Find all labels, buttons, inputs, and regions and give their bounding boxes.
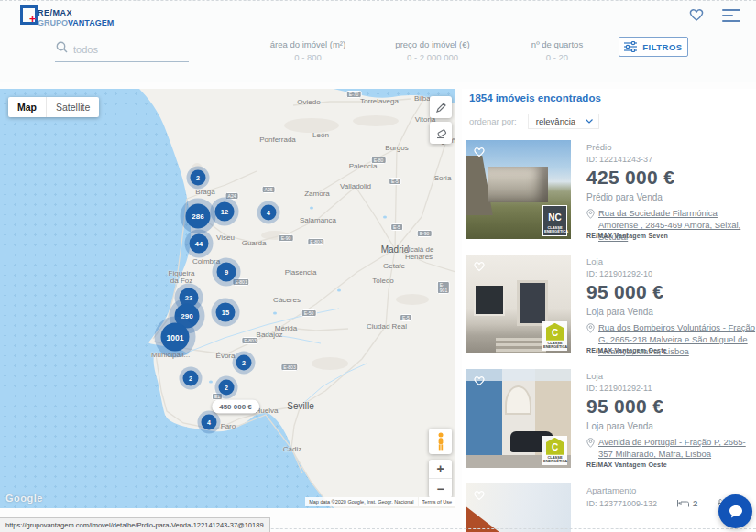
map-type-control: Map Satellite: [8, 97, 99, 117]
favorites-icon[interactable]: [687, 5, 706, 22]
map-road-badge: E-90: [417, 230, 433, 237]
map-cluster-marker[interactable]: 4: [202, 415, 217, 430]
property-card[interactable]: Apartamento ID: 123771009-132 2 3: [466, 483, 756, 532]
property-address-link[interactable]: Avenida de Portugal - Fração P, 2665-357…: [586, 436, 756, 460]
eraser-icon: [434, 127, 447, 139]
map-road-badge: E-803: [307, 238, 324, 245]
page: + RE/MAX GRUPOVANTAGEM área do imóvel (m…: [0, 0, 756, 532]
map-city-label: Mérida: [275, 324, 297, 332]
favorite-heart-icon[interactable]: [472, 488, 487, 501]
filter-area-label: área do imóvel (m²): [262, 39, 354, 49]
property-photo[interactable]: C CLASSEENERGÉTICA: [466, 369, 571, 468]
map-city-label: Plasencia: [285, 268, 317, 277]
map-road-badge: E-803: [241, 337, 258, 344]
map-road-badge: E-80: [371, 157, 387, 164]
map-price-pill[interactable]: 450 000 €: [212, 400, 259, 414]
map-cluster-marker[interactable]: 1001: [161, 323, 190, 352]
map-city-label: Évora: [216, 352, 236, 360]
map-attribution: Map data ©2020 Google, Inst. Geogr. Naci…: [305, 497, 417, 506]
map-city-label: Valladolid: [340, 182, 371, 190]
erase-area-button[interactable]: [430, 122, 452, 144]
property-price: 425 000 €: [586, 167, 674, 189]
search-input[interactable]: [73, 44, 183, 55]
map-cluster-marker[interactable]: 4: [261, 205, 277, 221]
map-road-badge: E-901: [437, 281, 450, 294]
property-card[interactable]: C CLASSEENERGÉTICA Loja ID: 121901292-11…: [466, 369, 756, 468]
chat-button[interactable]: [718, 494, 752, 528]
map-cluster-marker[interactable]: 15: [216, 303, 236, 322]
map-road-badge: E-70: [346, 91, 362, 98]
menu-icon[interactable]: [722, 9, 740, 26]
map-city-label: Guarda: [242, 239, 267, 247]
zoom-out-button[interactable]: −: [429, 479, 452, 498]
chevron-down-icon: [586, 119, 593, 124]
favorite-heart-icon[interactable]: [472, 259, 487, 272]
map-city-label: Zamora: [304, 190, 330, 198]
sort-value: relevância: [536, 116, 575, 126]
location-pin-icon: [586, 323, 595, 333]
map-road-badge: A25: [262, 186, 276, 193]
map-tab[interactable]: Map: [8, 97, 47, 117]
map-city-label: Soria: [434, 174, 452, 182]
map-city-label: Torrelavega: [360, 97, 399, 105]
property-subtitle: Loja para Venda: [586, 307, 653, 317]
map-city-label: León: [312, 131, 329, 139]
map-road-badge: E-803: [280, 364, 298, 371]
photo-shape: [496, 338, 546, 353]
map-city-label: Ponferrada: [259, 136, 296, 144]
map-road-badge: A24: [225, 192, 239, 200]
map-city-label: Braga: [195, 188, 214, 196]
property-photo[interactable]: NC CLASSEENERGÉTICA: [466, 140, 571, 239]
terms-of-use-link[interactable]: Terms of Use: [419, 497, 455, 506]
map-city-label: Badajoz: [257, 331, 283, 339]
map-cluster-marker[interactable]: 9: [217, 263, 236, 282]
map-cluster-marker[interactable]: 2: [236, 355, 252, 371]
map-city-label: Municipali...: [151, 351, 190, 359]
photo-shape: [517, 280, 548, 326]
map-road-badge: E-5: [389, 178, 401, 185]
property-id: ID: 122141243-37: [586, 155, 652, 164]
map-city-label: Oviedo: [297, 98, 320, 106]
energy-class-badge: C CLASSEENERGÉTICA: [542, 436, 567, 465]
filter-price[interactable]: preço do imóvel (€) 0 - 2 000 000: [387, 39, 478, 62]
filters-button[interactable]: FILTROS: [619, 37, 688, 57]
sort-label: ordenar por:: [469, 116, 517, 126]
brand-name: RE/MAX: [38, 8, 114, 17]
map-cluster-marker[interactable]: 2: [191, 170, 206, 186]
sort-select[interactable]: relevância: [528, 114, 599, 129]
map-cluster-marker[interactable]: 2: [219, 380, 235, 396]
map-cluster-marker[interactable]: 2: [183, 371, 199, 386]
property-subtitle: Prédio para Venda: [586, 192, 663, 202]
map-cluster-marker[interactable]: 12: [215, 202, 235, 222]
map-overlays: BragaViseuGuardaCoimbraFigueira da FozOv…: [0, 89, 455, 508]
draw-area-button[interactable]: [430, 96, 452, 118]
browser-status-bar: https://grupovantagem.com/imovel/detalhe…: [0, 517, 270, 532]
filter-rooms[interactable]: nº de quartos 0 - 20: [511, 39, 603, 62]
map[interactable]: BragaViseuGuardaCoimbraFigueira da FozOv…: [0, 89, 455, 508]
property-photo[interactable]: [466, 483, 571, 532]
map-city-label: Madrid: [381, 244, 410, 255]
satellite-tab[interactable]: Satellite: [47, 97, 99, 117]
map-road-badge: E-5: [390, 223, 403, 231]
property-photo[interactable]: C CLASSEENERGÉTICA: [466, 255, 571, 353]
map-city-label: Figueira da Foz: [164, 270, 199, 285]
property-card[interactable]: NC CLASSEENERGÉTICA Prédio ID: 122141243…: [466, 140, 756, 239]
property-id: ID: 121901292-10: [586, 269, 652, 278]
property-id: ID: 123771009-132: [586, 499, 657, 508]
zoom-in-button[interactable]: +: [429, 460, 452, 479]
map-cluster-marker[interactable]: 44: [190, 234, 209, 254]
property-card[interactable]: C CLASSEENERGÉTICA Loja ID: 121901292-10…: [466, 255, 756, 353]
map-city-label: Burgos: [385, 144, 408, 152]
header: + RE/MAX GRUPOVANTAGEM área do imóvel (m…: [0, 0, 756, 82]
google-logo[interactable]: Google: [5, 493, 43, 504]
street-view-pegman[interactable]: [429, 429, 452, 454]
property-price: 95 000 €: [586, 281, 663, 303]
favorite-heart-icon[interactable]: [472, 374, 487, 386]
favorite-heart-icon[interactable]: [472, 145, 487, 157]
search-bar[interactable]: [55, 38, 189, 62]
map-cluster-marker[interactable]: 286: [186, 204, 211, 229]
filters-button-label: FILTROS: [642, 42, 682, 52]
results-panel: 1854 imóveis encontrados ordenar por: re…: [462, 89, 756, 532]
filter-area[interactable]: área do imóvel (m²) 0 - 800: [262, 39, 354, 62]
property-type: Apartamento: [586, 485, 636, 495]
